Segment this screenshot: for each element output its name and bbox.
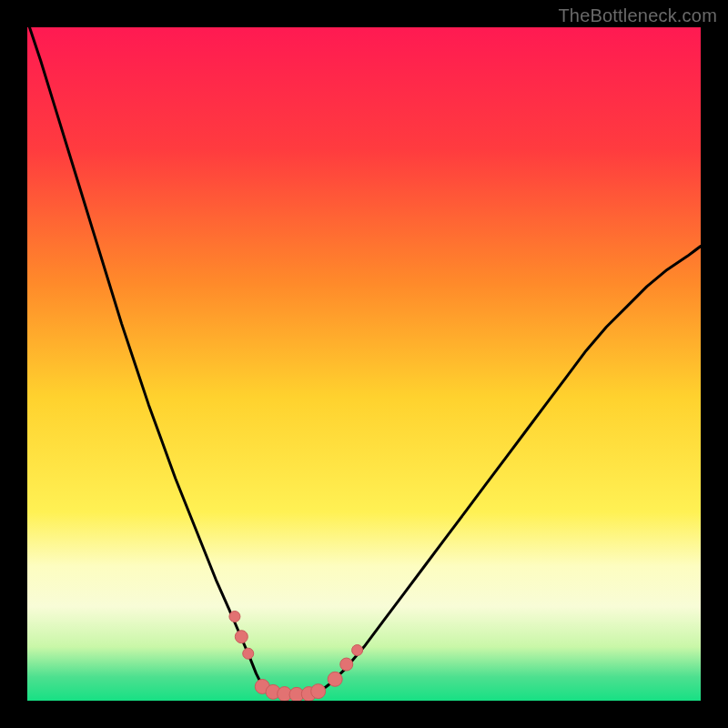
svg-rect-0 <box>27 27 701 701</box>
data-marker <box>235 631 248 643</box>
data-marker <box>328 672 342 686</box>
data-marker <box>243 648 254 659</box>
bottleneck-chart <box>27 27 701 701</box>
plot-area <box>27 27 701 701</box>
chart-frame: TheBottleneck.com <box>0 0 728 728</box>
data-marker <box>229 612 240 622</box>
data-marker <box>311 684 326 699</box>
data-marker <box>340 658 353 671</box>
data-marker <box>352 645 363 656</box>
watermark-text: TheBottleneck.com <box>558 5 717 26</box>
